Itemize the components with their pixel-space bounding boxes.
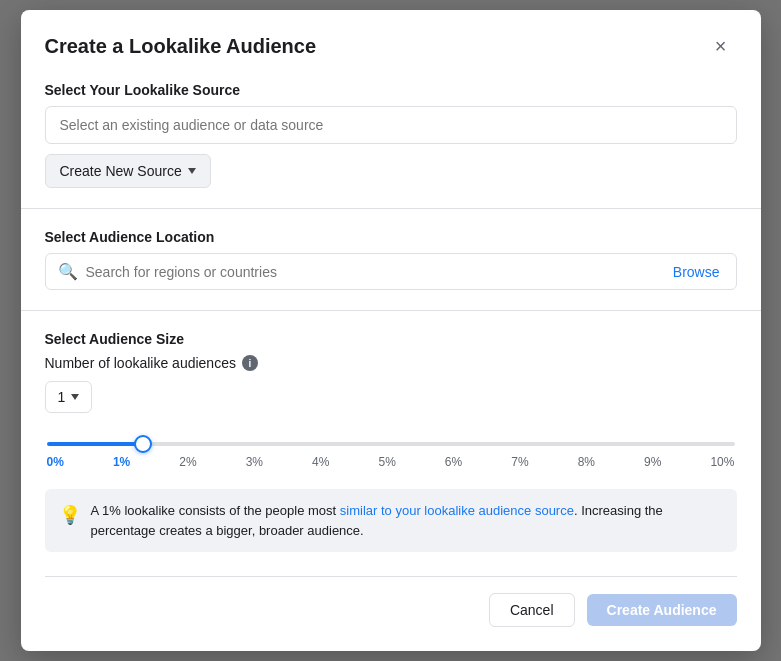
slider-label-7: 7%: [511, 455, 528, 469]
search-icon: 🔍: [58, 262, 78, 281]
info-box: 💡 A 1% lookalike consists of the people …: [45, 489, 737, 552]
bulb-icon: 💡: [59, 502, 81, 529]
location-section-label: Select Audience Location: [45, 229, 737, 245]
slider-label-5: 5%: [378, 455, 395, 469]
audience-size-slider[interactable]: [47, 442, 735, 446]
slider-label-8: 8%: [578, 455, 595, 469]
count-dropdown[interactable]: 1: [45, 381, 93, 413]
slider-label-4: 4%: [312, 455, 329, 469]
location-search-input[interactable]: [86, 264, 669, 280]
slider-label-9: 9%: [644, 455, 661, 469]
browse-button[interactable]: Browse: [669, 264, 724, 280]
slider-labels: 0% 1% 2% 3% 4% 5% 6% 7% 8% 9% 10%: [47, 455, 735, 469]
info-icon: i: [242, 355, 258, 371]
slider-label-3: 3%: [246, 455, 263, 469]
modal-title: Create a Lookalike Audience: [45, 35, 317, 58]
modal-overlay: Create a Lookalike Audience × Select You…: [0, 0, 781, 661]
size-section-label: Select Audience Size: [45, 331, 737, 347]
location-search-box: 🔍 Browse: [45, 253, 737, 290]
modal: Create a Lookalike Audience × Select You…: [21, 10, 761, 651]
source-section-label: Select Your Lookalike Source: [45, 82, 737, 98]
divider-1: [21, 208, 761, 209]
slider-label-1: 1%: [113, 455, 130, 469]
create-new-source-button[interactable]: Create New Source: [45, 154, 211, 188]
info-text: A 1% lookalike consists of the people mo…: [91, 501, 723, 540]
cancel-button[interactable]: Cancel: [489, 593, 575, 627]
count-chevron-icon: [71, 394, 79, 400]
lookalike-count-label-row: Number of lookalike audiences i: [45, 355, 737, 371]
source-input[interactable]: [45, 106, 737, 144]
source-section: Select Your Lookalike Source Create New …: [45, 82, 737, 208]
modal-header: Create a Lookalike Audience ×: [45, 30, 737, 62]
chevron-down-icon: [188, 168, 196, 174]
info-text-highlight[interactable]: similar to your lookalike audience sourc…: [340, 503, 574, 518]
info-text-before: A 1% lookalike consists of the people mo…: [91, 503, 340, 518]
create-new-source-label: Create New Source: [60, 163, 182, 179]
size-section: Select Audience Size Number of lookalike…: [45, 331, 737, 469]
divider-2: [21, 310, 761, 311]
slider-label-0: 0%: [47, 455, 64, 469]
slider-label-2: 2%: [179, 455, 196, 469]
slider-label-6: 6%: [445, 455, 462, 469]
location-section: Select Audience Location 🔍 Browse: [45, 229, 737, 290]
lookalike-count-label: Number of lookalike audiences: [45, 355, 236, 371]
slider-container: 0% 1% 2% 3% 4% 5% 6% 7% 8% 9% 10%: [45, 433, 737, 469]
modal-footer: Cancel Create Audience: [45, 576, 737, 627]
count-value: 1: [58, 389, 66, 405]
slider-label-10: 10%: [710, 455, 734, 469]
close-button[interactable]: ×: [705, 30, 737, 62]
create-audience-button[interactable]: Create Audience: [587, 594, 737, 626]
